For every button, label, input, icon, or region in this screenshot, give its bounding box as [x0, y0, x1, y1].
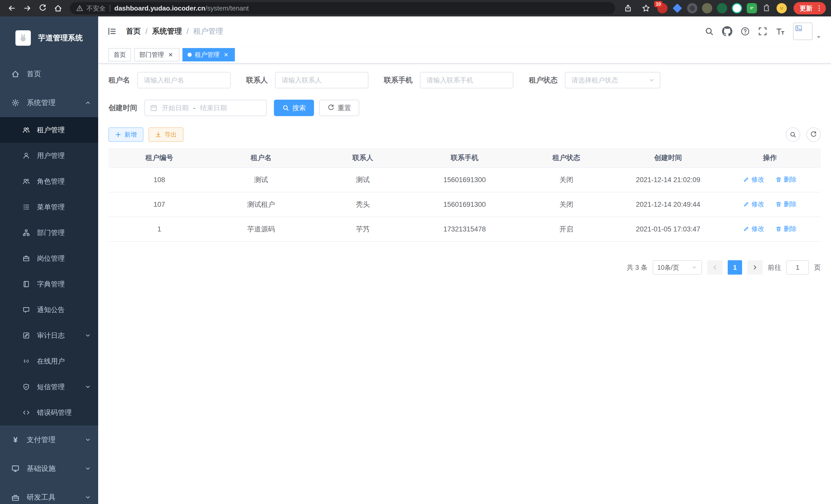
status-select[interactable]: 请选择租户状态: [565, 72, 660, 88]
extensions-puzzle-icon[interactable]: [762, 3, 772, 13]
tab-tenant[interactable]: 租户管理: [182, 48, 235, 61]
col-tenant-name: 租户名: [210, 148, 312, 168]
next-page-button[interactable]: [747, 260, 763, 275]
trash-icon: [775, 176, 782, 183]
status-label: 租户状态: [529, 75, 557, 85]
back-icon[interactable]: [5, 2, 19, 15]
share-icon[interactable]: [621, 2, 635, 15]
sidebar-item-dept[interactable]: 部门管理: [0, 220, 98, 245]
edit-link[interactable]: 修改: [743, 175, 764, 184]
breadcrumb-system[interactable]: 系统管理: [152, 26, 182, 36]
sidebar-item-label: 通知公告: [37, 305, 65, 315]
browser-toolbar: 不安全 dashboard.yudao.iocoder.cn/system/te…: [0, 0, 831, 17]
sidebar-item-online-users[interactable]: 在线用户: [0, 348, 98, 374]
date-range-picker[interactable]: 开始日期 - 结束日期: [144, 100, 267, 116]
tab-dept[interactable]: 部门管理: [134, 48, 179, 61]
sidebar-item-role[interactable]: 角色管理: [0, 169, 98, 194]
prev-page-button[interactable]: [707, 260, 722, 275]
col-status: 租户状态: [515, 148, 617, 168]
gear-icon: [11, 99, 20, 107]
cell-phone: 15601691300: [414, 168, 515, 192]
refresh-icon: [810, 131, 817, 138]
sidebar-item-label: 岗位管理: [37, 254, 65, 263]
extension-icon-globe[interactable]: [687, 3, 697, 13]
sidebar-item-audit-log[interactable]: 审计日志: [0, 323, 98, 348]
bookmark-star-icon[interactable]: [639, 2, 653, 15]
reset-button-label: 重置: [338, 103, 351, 113]
font-size-icon[interactable]: [775, 27, 785, 36]
content-area: 租户名 联系人 联系手机 租户状态 请选择租户状态: [98, 64, 831, 504]
reset-button[interactable]: 重置: [319, 100, 359, 116]
goto-label: 前往: [768, 263, 781, 272]
goto-page-input[interactable]: [786, 260, 809, 275]
chevron-right-icon: [752, 264, 758, 270]
close-icon[interactable]: [223, 51, 230, 58]
home-icon: [11, 70, 20, 78]
refresh-button[interactable]: [806, 127, 821, 142]
sidebar-item-user[interactable]: 用户管理: [0, 143, 98, 169]
extension-icon-olive[interactable]: [702, 3, 712, 13]
extension-icon-adblock[interactable]: 10: [657, 3, 667, 13]
monitor-icon: [11, 465, 20, 473]
extension-icon-grammarly[interactable]: [732, 3, 742, 13]
sidebar-item-label: 用户管理: [37, 151, 65, 160]
sidebar-item-dev-tools[interactable]: 研发工具: [0, 483, 98, 504]
github-icon[interactable]: [722, 26, 732, 36]
cell-status: 关闭: [515, 168, 617, 192]
page-number-1[interactable]: 1: [728, 260, 742, 275]
extension-icon-gem[interactable]: [672, 3, 683, 13]
logo[interactable]: 芋道管理系统: [0, 17, 98, 60]
sidebar-item-home[interactable]: 首页: [0, 60, 98, 88]
toggle-search-button[interactable]: [786, 127, 800, 142]
chevron-down-icon: [691, 264, 697, 270]
sidebar-item-label: 系统管理: [27, 98, 56, 108]
sidebar-item-menu[interactable]: 菜单管理: [0, 194, 98, 220]
add-button[interactable]: 新增: [109, 127, 143, 142]
browser-update-button[interactable]: 更新: [794, 2, 826, 14]
extension-icon-chat[interactable]: [747, 3, 757, 13]
fullscreen-icon[interactable]: [758, 27, 767, 36]
edit-link[interactable]: 修改: [743, 225, 764, 233]
search-icon[interactable]: [705, 27, 714, 36]
export-button[interactable]: 导出: [148, 127, 183, 142]
profile-avatar-icon[interactable]: [776, 3, 787, 13]
menu-list-icon: [23, 203, 30, 211]
navbar-actions: [705, 23, 822, 40]
page-size-select[interactable]: 10条/页: [653, 260, 702, 275]
browser-home-icon[interactable]: [51, 2, 65, 15]
sidebar-item-dict[interactable]: 字典管理: [0, 271, 98, 297]
edit-link[interactable]: 修改: [743, 200, 764, 208]
message-icon: [23, 306, 30, 314]
sidebar-collapse-icon[interactable]: [107, 27, 117, 36]
extension-icon-dark-green[interactable]: [717, 3, 727, 13]
tenant-name-input[interactable]: [137, 72, 231, 88]
security-label: 不安全: [86, 4, 106, 12]
question-icon[interactable]: [741, 27, 750, 36]
address-bar[interactable]: 不安全 dashboard.yudao.iocoder.cn/system/te…: [70, 2, 615, 14]
date-separator: -: [193, 104, 196, 112]
phone-input[interactable]: [420, 72, 513, 88]
sidebar-item-notice[interactable]: 通知公告: [0, 297, 98, 323]
delete-link[interactable]: 删除: [775, 200, 797, 208]
user-menu[interactable]: [793, 23, 822, 40]
site-security-chip[interactable]: 不安全: [76, 4, 106, 12]
sidebar-item-error-code[interactable]: 错误码管理: [0, 400, 98, 425]
search-button[interactable]: 搜索: [274, 100, 314, 116]
shield-icon: [23, 383, 30, 390]
close-icon[interactable]: [167, 51, 174, 58]
sidebar-item-sms[interactable]: 短信管理: [0, 374, 98, 400]
tab-home[interactable]: 首页: [109, 48, 131, 61]
sidebar-item-tenant[interactable]: 租户管理: [0, 117, 98, 143]
contact-input[interactable]: [275, 72, 369, 88]
sidebar-item-payment[interactable]: ¥ 支付管理: [0, 425, 98, 454]
sidebar-item-system[interactable]: 系统管理: [0, 88, 98, 117]
reload-icon[interactable]: [36, 2, 49, 15]
delete-link[interactable]: 删除: [775, 175, 797, 184]
delete-link[interactable]: 删除: [775, 225, 797, 233]
delete-label: 删除: [784, 200, 797, 208]
edit-label: 修改: [751, 175, 764, 184]
breadcrumb-home[interactable]: 首页: [126, 26, 141, 36]
sidebar-item-post[interactable]: 岗位管理: [0, 245, 98, 271]
sidebar-item-infrastructure[interactable]: 基础设施: [0, 454, 98, 483]
forward-icon[interactable]: [21, 2, 34, 15]
